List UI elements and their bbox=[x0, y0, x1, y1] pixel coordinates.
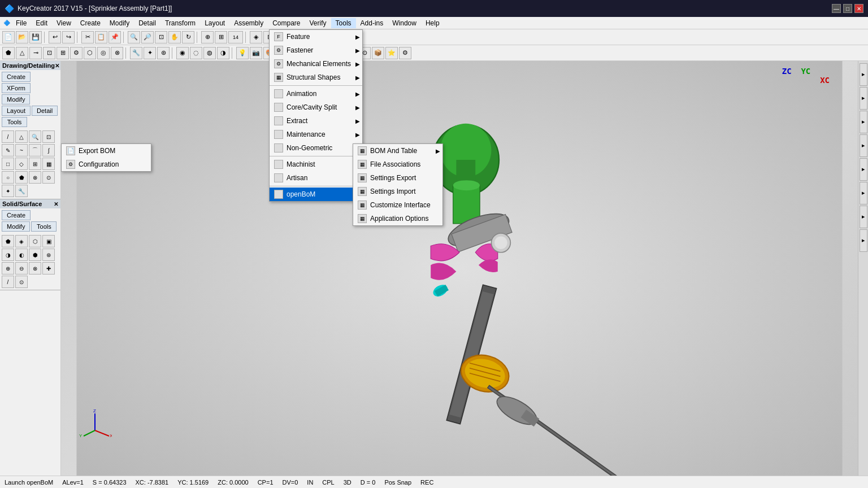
solid-icon-8[interactable]: ⊛ bbox=[42, 249, 55, 261]
tb-snap[interactable]: ⊕ bbox=[201, 31, 214, 43]
file-associations[interactable]: ▦ File Associations bbox=[353, 158, 442, 171]
tb-save[interactable]: 💾 bbox=[29, 31, 42, 43]
draw-icon-17[interactable]: ✦ bbox=[2, 185, 14, 197]
solid-icon-12[interactable]: ✚ bbox=[42, 262, 55, 274]
drawing-detail-btn[interactable]: Detail bbox=[32, 106, 58, 116]
tb2-12[interactable]: ⊛ bbox=[157, 47, 170, 59]
tb-pan[interactable]: ✋ bbox=[168, 31, 181, 43]
drawing-tools-btn[interactable]: Tools bbox=[2, 117, 27, 127]
menu-edit[interactable]: Edit bbox=[31, 18, 52, 28]
restore-button[interactable]: □ bbox=[843, 4, 852, 13]
minimize-button[interactable]: — bbox=[832, 4, 841, 13]
solid-icon-9[interactable]: ⊕ bbox=[2, 262, 14, 274]
tb-rotate[interactable]: ↻ bbox=[182, 31, 194, 43]
menu-modify[interactable]: Modify bbox=[105, 18, 134, 28]
tb2-x4[interactable]: ⭐ bbox=[385, 47, 398, 59]
tb2-11[interactable]: ✦ bbox=[144, 47, 156, 59]
tb-undo[interactable]: ↩ bbox=[49, 31, 61, 43]
tools-structural[interactable]: ▦ Structural Shapes ▶ bbox=[270, 71, 362, 84]
draw-icon-15[interactable]: ⊗ bbox=[29, 171, 41, 184]
tb2-2[interactable]: △ bbox=[16, 47, 28, 59]
menu-verify[interactable]: Verify bbox=[305, 18, 331, 28]
tb2-camera[interactable]: 📷 bbox=[250, 47, 262, 59]
right-tab-1[interactable]: ▶ bbox=[860, 63, 867, 86]
bom-and-table[interactable]: ▦ BOM And Table ▶ bbox=[353, 144, 442, 158]
draw-icon-10[interactable]: ◇ bbox=[15, 158, 28, 170]
tools-artisan[interactable]: Artisan ▶ bbox=[270, 171, 362, 185]
menu-tools[interactable]: Tools bbox=[331, 18, 356, 28]
tb-new[interactable]: 📄 bbox=[2, 31, 15, 43]
drawing-layout-btn[interactable]: Layout bbox=[2, 106, 31, 116]
tb2-4[interactable]: ⊡ bbox=[43, 47, 55, 59]
tools-non-geometric[interactable]: Non-Geometric bbox=[270, 141, 362, 155]
menu-help[interactable]: Help bbox=[421, 18, 444, 28]
draw-icon-5[interactable]: ✎ bbox=[2, 144, 14, 156]
draw-icon-4[interactable]: ⊡ bbox=[42, 130, 55, 143]
menu-file[interactable]: File bbox=[11, 18, 31, 28]
customize-interface[interactable]: ▦ Customize Interface bbox=[353, 198, 442, 212]
tools-feature[interactable]: F Feature ▶ bbox=[270, 30, 362, 43]
tb-zoom-all[interactable]: ⊡ bbox=[155, 31, 167, 43]
menu-transform[interactable]: Transform bbox=[160, 18, 200, 28]
tb2-shade[interactable]: ◉ bbox=[176, 47, 189, 59]
tb2-8[interactable]: ◎ bbox=[97, 47, 110, 59]
tb-copy[interactable]: 📋 bbox=[95, 31, 107, 43]
menu-window[interactable]: Window bbox=[388, 18, 421, 28]
menu-assembly[interactable]: Assembly bbox=[229, 18, 268, 28]
solid-icon-10[interactable]: ⊖ bbox=[15, 262, 28, 274]
drawing-xform-btn[interactable]: XForm bbox=[2, 83, 31, 93]
tb2-light[interactable]: 💡 bbox=[236, 47, 249, 59]
tb2-3[interactable]: ⊸ bbox=[29, 47, 42, 59]
tb2-5[interactable]: ⊞ bbox=[57, 47, 69, 59]
tools-machinist[interactable]: Machinist ▶ bbox=[270, 158, 362, 171]
solid-icon-13[interactable]: / bbox=[2, 276, 14, 288]
tb-cut[interactable]: ✂ bbox=[81, 31, 94, 43]
solid-icon-4[interactable]: ▣ bbox=[42, 235, 55, 247]
solid-icon-14[interactable]: ⊙ bbox=[15, 276, 28, 288]
solid-icon-11[interactable]: ⊗ bbox=[29, 262, 41, 274]
solid-icon-2[interactable]: ◈ bbox=[15, 235, 28, 247]
tb-zoom-in[interactable]: 🔍 bbox=[128, 31, 140, 43]
tb2-section[interactable]: ◑ bbox=[217, 47, 229, 59]
tb-paste[interactable]: 📌 bbox=[108, 31, 121, 43]
settings-import[interactable]: ▦ Settings Import bbox=[353, 185, 442, 198]
tb2-x5[interactable]: ⚙ bbox=[399, 47, 411, 59]
right-tab-6[interactable]: ▶ bbox=[860, 182, 867, 204]
settings-export[interactable]: ▦ Settings Export bbox=[353, 171, 442, 185]
menu-compare[interactable]: Compare bbox=[268, 18, 305, 28]
draw-icon-14[interactable]: ⬟ bbox=[15, 171, 28, 184]
tb-view1[interactable]: ◈ bbox=[250, 31, 262, 43]
tools-maintenance[interactable]: Maintenance ▶ bbox=[270, 128, 362, 141]
drawing-create-btn[interactable]: Create bbox=[2, 72, 31, 82]
menu-detail[interactable]: Detail bbox=[134, 18, 160, 28]
solid-create-btn[interactable]: Create bbox=[2, 210, 31, 220]
tools-openbom[interactable]: openBoM ▶ bbox=[270, 188, 362, 201]
tools-animation[interactable]: Animation ▶ bbox=[270, 87, 362, 101]
tools-extract[interactable]: Extract ▶ bbox=[270, 114, 362, 128]
viewport[interactable]: Z X Y ZC YC XC bbox=[61, 61, 858, 476]
solid-icon-5[interactable]: ◑ bbox=[2, 249, 14, 261]
solid-icon-3[interactable]: ⬡ bbox=[29, 235, 41, 247]
right-tab-4[interactable]: ▶ bbox=[860, 134, 867, 157]
tools-fastener[interactable]: ⚙ Fastener ▶ bbox=[270, 43, 362, 57]
tb-num[interactable]: 14 bbox=[228, 31, 243, 43]
tools-core-cavity[interactable]: Core/Cavity Split ▶ bbox=[270, 101, 362, 114]
draw-icon-3[interactable]: 🔍 bbox=[29, 130, 41, 143]
menu-create[interactable]: Create bbox=[76, 18, 105, 28]
right-tab-7[interactable]: ▶ bbox=[860, 206, 867, 228]
draw-icon-7[interactable]: ⌒ bbox=[29, 144, 41, 156]
tb2-9[interactable]: ⊗ bbox=[111, 47, 123, 59]
solid-modify-btn[interactable]: Modify bbox=[2, 221, 30, 232]
draw-icon-13[interactable]: ○ bbox=[2, 171, 14, 184]
tb2-1[interactable]: ⬟ bbox=[2, 47, 15, 59]
close-button[interactable]: ✕ bbox=[854, 4, 863, 13]
tb2-hidden[interactable]: ◍ bbox=[203, 47, 216, 59]
tb2-6[interactable]: ⚙ bbox=[70, 47, 83, 59]
drawing-section-close[interactable]: ✕ bbox=[55, 63, 59, 69]
menu-layout[interactable]: Layout bbox=[200, 18, 229, 28]
title-bar-controls[interactable]: — □ ✕ bbox=[832, 4, 863, 13]
draw-icon-16[interactable]: ⊙ bbox=[42, 171, 55, 184]
tb2-wire[interactable]: ◌ bbox=[190, 47, 202, 59]
tb-open[interactable]: 📂 bbox=[16, 31, 28, 43]
export-bom-item[interactable]: 📄 Export BOM bbox=[62, 144, 151, 158]
